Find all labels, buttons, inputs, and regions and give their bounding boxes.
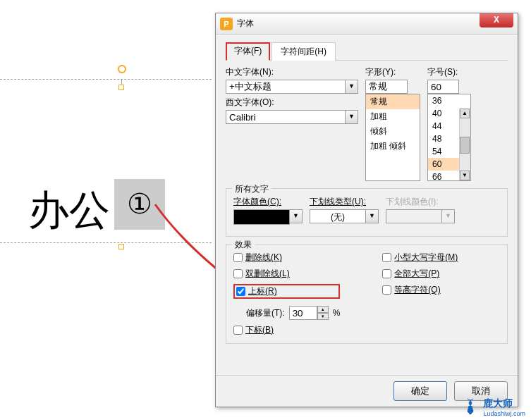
font-dialog: P 字体 X 字体(F) 字符间距(H) 中文字体(N): ▼ 西文字体(O):…	[215, 13, 518, 407]
western-font-label: 西文字体(O):	[226, 97, 358, 109]
percent-label: %	[333, 308, 341, 318]
superscript-highlight: 上标(R)	[233, 284, 340, 299]
all-text-section: 所有文字 字体颜色(C): ▼ 下划线类型(U): (无) ▼	[226, 188, 508, 237]
svg-point-0	[118, 66, 126, 73]
ok-button[interactable]: 确定	[393, 381, 447, 401]
offset-spinner[interactable]: ▲ ▼	[289, 306, 329, 320]
western-font-combo[interactable]: ▼	[226, 110, 358, 124]
tab-spacing[interactable]: 字符间距(H)	[271, 42, 336, 61]
tab-bar: 字体(F) 字符间距(H)	[226, 42, 508, 61]
allcaps-checkbox[interactable]: 全部大写(P)	[382, 268, 458, 280]
underline-type-dropdown[interactable]: ▼	[366, 209, 379, 223]
underline-color-value	[386, 209, 442, 223]
scroll-thumb[interactable]	[460, 137, 470, 154]
strikethrough-checkbox[interactable]: 删除线(K)	[233, 252, 340, 264]
size-input[interactable]	[427, 80, 459, 94]
style-listbox[interactable]: 常规 加粗 倾斜 加粗 倾斜	[365, 94, 420, 181]
dialog-body: 字体(F) 字符间距(H) 中文字体(N): ▼ 西文字体(O): ▼ 字形(Y…	[216, 35, 518, 351]
scroll-down[interactable]: ▼	[460, 171, 470, 180]
tab-font[interactable]: 字体(F)	[226, 42, 270, 61]
resize-handle-top[interactable]	[118, 85, 124, 90]
rotate-handle[interactable]	[116, 63, 128, 75]
effects-title: 效果	[232, 239, 255, 251]
offset-row: 偏移量(T): ▲ ▼ %	[246, 306, 340, 320]
western-font-input[interactable]	[226, 110, 346, 124]
style-label: 字形(Y):	[365, 66, 420, 78]
watermark-logo: 鹿大师 Ludashiwj.com	[460, 397, 525, 417]
underline-color-combo: ▼	[386, 209, 455, 223]
scroll-up[interactable]: ▲	[460, 109, 470, 118]
logo-url: Ludashiwj.com	[483, 410, 525, 417]
dialog-title: 字体	[237, 18, 480, 30]
chinese-font-dropdown[interactable]: ▼	[346, 80, 358, 94]
close-button[interactable]: X	[480, 13, 513, 27]
chinese-font-combo[interactable]: ▼	[226, 80, 358, 94]
size-option[interactable]: 36	[428, 94, 470, 107]
style-input[interactable]	[365, 80, 408, 94]
all-text-title: 所有文字	[232, 183, 271, 195]
textbox-border-bottom	[0, 242, 212, 243]
canvas-area: 办公 ①	[0, 0, 212, 282]
offset-down[interactable]: ▼	[317, 313, 329, 320]
superscript-checkbox[interactable]: 上标(R)	[236, 285, 277, 297]
offset-input[interactable]	[289, 306, 317, 320]
smallcaps-checkbox[interactable]: 小型大写字母(M)	[382, 252, 458, 264]
chinese-font-label: 中文字体(N):	[226, 66, 358, 78]
font-color-combo[interactable]: ▼	[233, 209, 303, 225]
textbox-border-top	[0, 79, 212, 80]
app-icon: P	[220, 18, 233, 30]
size-listbox[interactable]: 36 40 44 48 54 60 66 ▲ ▼	[427, 94, 471, 181]
offset-up[interactable]: ▲	[317, 306, 329, 313]
deer-icon	[460, 397, 480, 417]
font-color-dropdown[interactable]: ▼	[290, 209, 303, 223]
canvas-text[interactable]: 办公	[28, 183, 110, 238]
logo-text: 鹿大师	[483, 397, 513, 409]
subscript-checkbox[interactable]: 下标(B)	[233, 324, 340, 336]
style-option[interactable]: 加粗 倾斜	[366, 139, 420, 154]
effects-section: 效果 删除线(K) 双删除线(L) 上标(R) 偏移量(T): ▲	[226, 244, 508, 344]
underline-type-combo[interactable]: (无) ▼	[310, 209, 379, 223]
chinese-font-input[interactable]	[226, 80, 346, 94]
resize-handle-bottom[interactable]	[118, 244, 124, 249]
double-strike-checkbox[interactable]: 双删除线(L)	[233, 268, 340, 280]
size-scrollbar[interactable]: ▲ ▼	[459, 109, 470, 180]
font-color-swatch[interactable]	[233, 209, 290, 225]
underline-type-label: 下划线类型(U):	[310, 196, 379, 208]
font-color-label: 字体颜色(C):	[233, 196, 303, 208]
style-option[interactable]: 倾斜	[366, 124, 420, 139]
style-option[interactable]: 加粗	[366, 109, 420, 124]
underline-color-dropdown: ▼	[442, 209, 455, 223]
underline-color-label: 下划线颜色(I):	[386, 196, 455, 208]
underline-type-value[interactable]: (无)	[310, 209, 366, 223]
canvas-superscript[interactable]: ①	[114, 179, 165, 230]
style-option[interactable]: 常规	[366, 94, 420, 109]
titlebar[interactable]: P 字体 X	[216, 13, 518, 35]
equalheight-checkbox[interactable]: 等高字符(Q)	[382, 284, 458, 296]
offset-label: 偏移量(T):	[246, 307, 285, 319]
western-font-dropdown[interactable]: ▼	[346, 110, 358, 124]
size-label: 字号(S):	[427, 66, 471, 78]
